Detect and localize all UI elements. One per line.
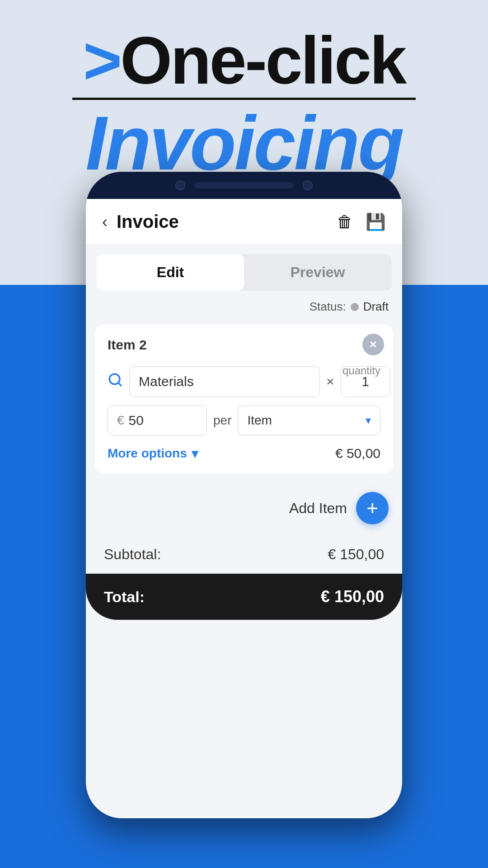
currency-symbol: € (117, 413, 124, 428)
save-icon[interactable]: 💾 (366, 212, 386, 231)
add-item-area: Add Item + (95, 481, 393, 535)
more-options-button[interactable]: More options ▾ (108, 446, 198, 461)
price-row: € per Item ▾ (108, 405, 380, 436)
chevron-icon: > (83, 23, 120, 98)
price-input[interactable] (129, 413, 183, 428)
phone-mockup: ‹ Invoice 🗑 💾 Edit Preview Status: Draft… (86, 172, 402, 818)
search-row: × (108, 366, 380, 397)
item-label: Item 2 (108, 337, 380, 353)
close-item-button[interactable]: × (362, 334, 384, 355)
notch-pill (194, 182, 294, 189)
subtotal-value: € 150,00 (328, 546, 384, 563)
item-total-value: € 50,00 (335, 446, 380, 461)
more-options-chevron-icon: ▾ (192, 446, 198, 461)
tab-bar: Edit Preview (97, 254, 391, 291)
more-options-label: More options (108, 446, 187, 461)
hero-oneclick-text: >One-click (83, 27, 405, 94)
total-footer: Total: € 150,00 (86, 574, 402, 620)
total-value: € 150,00 (321, 587, 384, 606)
subtotal-section: Subtotal: € 150,00 (86, 535, 402, 574)
subtotal-label: Subtotal: (104, 546, 161, 563)
scroll-content: Item 2 × quantity × (86, 320, 402, 818)
status-value: Draft (363, 300, 389, 314)
status-bar: Status: Draft (86, 300, 402, 320)
notch-camera (175, 180, 185, 190)
item-name-input[interactable] (129, 366, 320, 397)
page-title: Invoice (117, 212, 337, 232)
per-label: per (213, 413, 231, 428)
search-icon (108, 372, 123, 391)
delete-icon[interactable]: 🗑 (337, 212, 353, 231)
header-actions: 🗑 💾 (337, 212, 386, 231)
phone-screen: ‹ Invoice 🗑 💾 Edit Preview Status: Draft… (86, 199, 402, 818)
unit-text: Item (247, 413, 366, 428)
app-header: ‹ Invoice 🗑 💾 (86, 199, 402, 245)
add-item-button[interactable]: + (356, 492, 389, 524)
back-button[interactable]: ‹ (102, 212, 108, 231)
unit-select[interactable]: Item ▾ (238, 406, 380, 435)
status-prefix: Status: (310, 300, 346, 314)
phone-top-bar (86, 172, 402, 199)
status-dot-icon (351, 303, 359, 311)
hero-underline (72, 98, 416, 100)
notch-dot (303, 180, 313, 190)
hero-invoicing-text: Invoicing (85, 105, 402, 181)
tab-edit[interactable]: Edit (97, 254, 244, 291)
multiply-sign: × (326, 374, 334, 389)
total-label: Total: (104, 588, 145, 606)
options-total-row: More options ▾ € 50,00 (108, 446, 380, 461)
price-input-wrap: € (108, 405, 207, 436)
quantity-label: quantity (343, 364, 380, 377)
chevron-down-icon: ▾ (366, 414, 371, 427)
add-item-label: Add Item (289, 500, 347, 517)
item-card: Item 2 × quantity × (95, 325, 393, 474)
tab-preview[interactable]: Preview (244, 254, 391, 291)
svg-line-1 (118, 383, 121, 386)
